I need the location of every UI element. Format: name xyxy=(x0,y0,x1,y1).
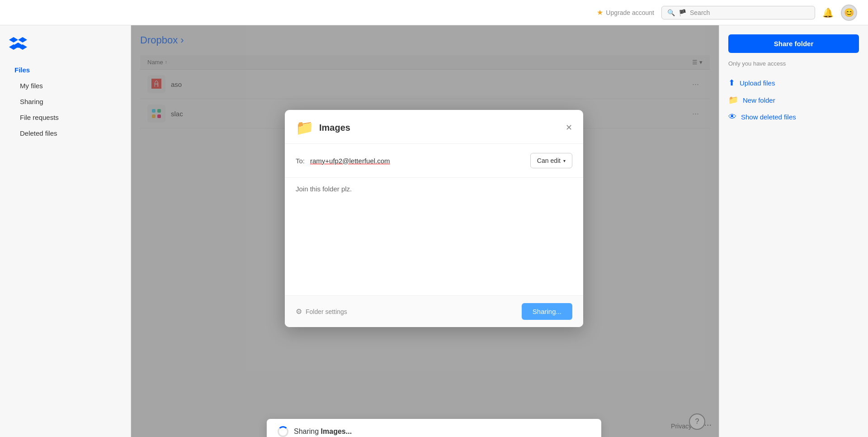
new-folder-label: New folder xyxy=(743,96,775,104)
sidebar-item-sharing-label: Sharing xyxy=(20,98,43,105)
svg-marker-0 xyxy=(9,37,18,43)
upload-files-label: Upload files xyxy=(740,79,775,87)
search-bar[interactable]: 🔍 🏴 Search xyxy=(661,6,815,19)
upgrade-label: Upgrade account xyxy=(606,9,654,16)
sidebar-item-file-requests[interactable]: File requests xyxy=(4,110,127,125)
show-deleted-link[interactable]: 👁 Show deleted files xyxy=(728,112,859,122)
toast-text: Sharing Images... xyxy=(294,428,352,436)
sidebar-item-files-label: Files xyxy=(14,66,30,74)
modal-folder-icon: 📁 xyxy=(296,119,314,136)
toast-text-bold: Images... xyxy=(321,428,352,435)
message-text: Join this folder plz. xyxy=(296,185,352,193)
modal-close-button[interactable]: ✕ xyxy=(566,123,572,133)
star-icon: ★ xyxy=(597,8,603,17)
modal-header: 📁 Images ✕ xyxy=(285,110,583,144)
show-deleted-label: Show deleted files xyxy=(741,113,796,121)
search-icon: 🔍 xyxy=(667,9,675,16)
upgrade-account-link[interactable]: ★ Upgrade account xyxy=(597,8,654,17)
upload-files-link[interactable]: ⬆ Upload files xyxy=(728,78,859,88)
right-panel: Share folder Only you have access ⬆ Uplo… xyxy=(719,25,868,437)
dropbox-logo[interactable] xyxy=(0,34,131,62)
sidebar-item-deleted-files[interactable]: Deleted files xyxy=(4,126,127,141)
upload-icon: ⬆ xyxy=(728,78,735,88)
sidebar-item-sharing[interactable]: Sharing xyxy=(4,94,127,109)
sharing-button[interactable]: Sharing... xyxy=(522,303,572,320)
folder-settings-link[interactable]: ⚙ Folder settings xyxy=(296,307,347,316)
toast-notification: Sharing Images... xyxy=(267,419,601,437)
sidebar-item-files[interactable]: Files xyxy=(4,62,127,77)
permission-dropdown[interactable]: Can edit ▾ xyxy=(530,153,572,168)
notifications-icon[interactable]: 🔔 xyxy=(822,7,834,18)
sidebar-item-deleted-files-label: Deleted files xyxy=(20,129,57,137)
permission-chevron-icon: ▾ xyxy=(563,158,566,163)
modal-footer: ⚙ Folder settings Sharing... xyxy=(285,295,583,327)
toast-text-prefix: Sharing xyxy=(294,428,321,435)
new-folder-icon: 📁 xyxy=(728,95,738,105)
svg-marker-1 xyxy=(18,37,27,43)
modal-message-area[interactable]: Join this folder plz. xyxy=(285,178,583,295)
folder-settings-label: Folder settings xyxy=(306,308,347,315)
show-deleted-icon: 👁 xyxy=(728,112,736,122)
permission-label: Can edit xyxy=(537,157,561,164)
sidebar: Files My files Sharing File requests Del… xyxy=(0,25,131,437)
share-folder-button[interactable]: Share folder xyxy=(728,34,859,53)
share-modal: 📁 Images ✕ To: ramy+ufp2@letterfuel.com … xyxy=(285,110,583,327)
search-flag-icon: 🏴 xyxy=(679,9,686,16)
invite-email[interactable]: ramy+ufp2@letterfuel.com xyxy=(310,157,525,165)
modal-invite-row: To: ramy+ufp2@letterfuel.com Can edit ▾ xyxy=(285,144,583,178)
new-folder-link[interactable]: 📁 New folder xyxy=(728,95,859,105)
sidebar-item-file-requests-label: File requests xyxy=(20,114,59,121)
access-info: Only you have access xyxy=(728,60,859,67)
search-input[interactable]: Search xyxy=(690,9,809,16)
sidebar-item-my-files[interactable]: My files xyxy=(4,78,127,93)
dropbox-logo-icon xyxy=(9,34,27,52)
invite-to-label: To: xyxy=(296,157,305,165)
sidebar-item-my-files-label: My files xyxy=(20,82,43,90)
modal-title: Images xyxy=(319,123,560,133)
avatar[interactable]: 😊 xyxy=(841,5,857,21)
loading-spinner xyxy=(278,426,288,437)
settings-icon: ⚙ xyxy=(296,307,302,316)
topbar: ★ Upgrade account 🔍 🏴 Search 🔔 😊 xyxy=(0,0,868,25)
